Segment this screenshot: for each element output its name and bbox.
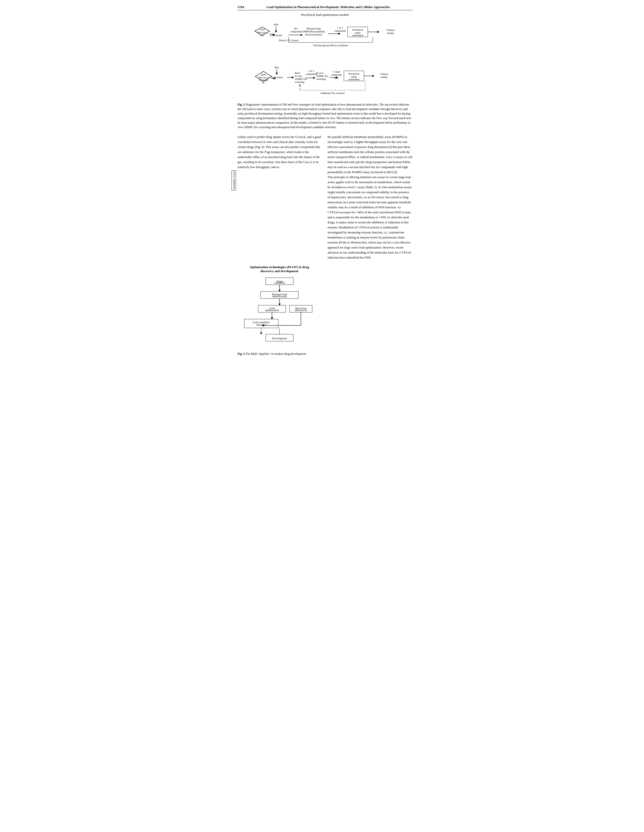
svg-text:2 or 3: 2 or 3 <box>308 70 314 72</box>
svg-text:(Research): (Research) <box>295 309 307 312</box>
svg-text:ADME-Tox: ADME-Tox <box>295 78 307 80</box>
svg-text:optimization: optimization <box>265 309 279 312</box>
svg-text:Basic: Basic <box>295 72 301 74</box>
svg-text:NEW: NEW <box>260 74 266 76</box>
svg-text:was': was' <box>260 34 264 37</box>
fig4-caption: Fig. 4 The R&D "pipeline" in modern drug… <box>237 352 321 356</box>
col-left-text: widely used to predict drug uptake acros… <box>237 134 322 260</box>
svg-text:Clinical: Clinical <box>380 73 388 75</box>
svg-text:ADME-Tox: ADME-Tox <box>316 75 328 77</box>
sidebar-label: Iontophor–Lens <box>232 170 236 190</box>
page-header: Iontophor–Lens 2194 Lead Optimization in… <box>232 5 412 356</box>
fig3-title: Preclinical lead optimization models <box>237 13 412 17</box>
svg-text:assessment: assessment <box>352 34 364 37</box>
new-diagram: NEW 'The way it is/should be' Hits Lead … <box>240 64 410 100</box>
svg-text:Preclinical: Preclinical <box>349 72 359 75</box>
svg-text:in vitro: in vitro <box>295 75 302 77</box>
svg-text:DMPK/Bioavailability: DMPK/Bioavailability <box>302 30 325 33</box>
page-title: Lead Optimization in Pharmaceutical Deve… <box>244 5 412 9</box>
svg-text:OLD: OLD <box>260 28 265 31</box>
figure-4-section: Optimization technologies (PLOT) in drug… <box>237 265 412 356</box>
svg-text:In vivo: In vivo <box>316 72 324 74</box>
svg-text:1 'clean': 1 'clean' <box>332 70 340 73</box>
svg-text:1 or 2: 1 or 2 <box>337 26 343 29</box>
svg-text:Sev.: Sev. <box>294 27 298 30</box>
page-number: 2194 <box>237 5 244 9</box>
svg-text:assessment: assessment <box>348 78 360 81</box>
svg-text:Additional Tox screens?: Additional Tox screens? <box>320 92 345 94</box>
svg-text:Hits: Hits <box>274 66 279 69</box>
svg-text:LDC: LDC <box>334 77 339 79</box>
svg-text:compounds: compounds <box>305 73 317 75</box>
svg-text:compounds: compounds <box>334 29 346 32</box>
svg-text:physicochemical: physicochemical <box>305 33 322 36</box>
svg-text:screening: screening <box>316 78 326 80</box>
svg-text:Hits: Hits <box>274 23 278 26</box>
svg-text:selection: selection <box>256 323 266 326</box>
svg-text:validation: validation <box>274 281 285 284</box>
fig3-caption: Fig. 3 Diagramatic representation of Old… <box>237 102 412 130</box>
svg-text:Clinical: Clinical <box>386 29 394 31</box>
figure-3-section: Preclinical lead optimization models OLD… <box>237 13 412 130</box>
svg-text:Development: Development <box>272 337 287 340</box>
fig4-title: Optimization technologies (PLOT) in drug… <box>237 265 321 273</box>
svg-text:Pharmacology: Pharmacology <box>306 27 321 30</box>
svg-text:testing: testing <box>381 76 388 78</box>
svg-text:identification: identification <box>272 295 287 298</box>
svg-text:compounds: compounds <box>290 30 302 33</box>
svg-text:Lead series: Lead series <box>271 76 283 78</box>
svg-text:screening: screening <box>295 81 304 83</box>
old-diagram: OLD 'The way it was' Hits Lead series Se… <box>240 20 410 59</box>
svg-text:Preclinical: Preclinical <box>352 29 363 31</box>
svg-text:be': be' <box>262 81 265 84</box>
svg-text:testing: testing <box>387 32 394 34</box>
pipeline-diagram: Target validation Potential lead identif… <box>242 275 317 350</box>
svg-text:compound: compound <box>331 74 341 76</box>
col-right-text: the parallel artificial membrane permeab… <box>328 134 412 260</box>
body-text-columns: widely used to predict drug uptake acros… <box>237 134 412 260</box>
svg-text:Toxicity/species/efficacy prob: Toxicity/species/efficacy problems <box>313 44 348 47</box>
